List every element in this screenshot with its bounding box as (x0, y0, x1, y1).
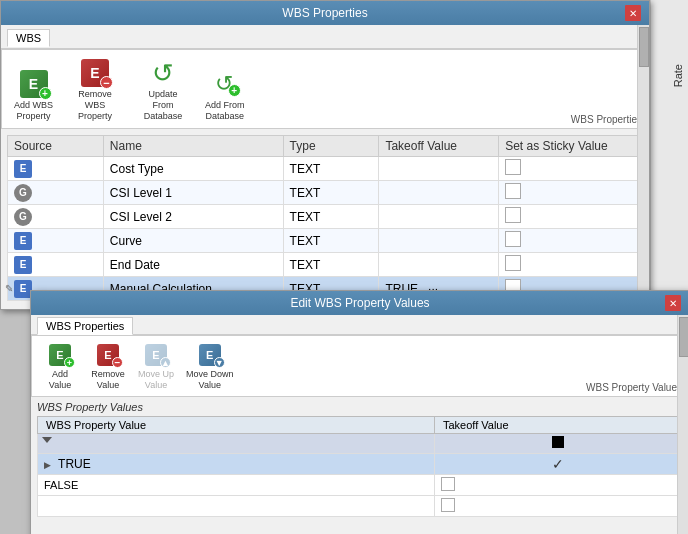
update-from-db-button[interactable]: ↺ Update FromDatabase (131, 53, 195, 125)
wbs-properties-tab[interactable]: WBS Properties (37, 317, 133, 335)
source-icon-e: E (14, 160, 32, 178)
col-source[interactable]: Source (8, 136, 104, 157)
edit-scrollbar-thumb[interactable] (679, 317, 689, 357)
add-value-button[interactable]: E + AddValue (38, 339, 82, 393)
main-title-bar: WBS Properties ✕ (1, 1, 649, 25)
scrollbar-thumb[interactable] (639, 27, 649, 67)
edit-title-bar: Edit WBS Property Values ✕ (31, 291, 688, 315)
row-type-1: TEXT (283, 157, 379, 181)
source-icon-e2: E (14, 232, 32, 250)
main-wbs-window: WBS Properties ✕ WBS E + Add WBSProperty… (0, 0, 650, 310)
takeoff-checkbox-false[interactable] (441, 477, 455, 491)
value-empty (38, 495, 435, 516)
edit-ribbon-content: E + AddValue E − RemoveValue E ▲ (31, 335, 688, 397)
move-down-label: Move DownValue (186, 369, 234, 391)
add-from-db-label: Add FromDatabase (205, 100, 245, 122)
edit-dialog-title: Edit WBS Property Values (55, 296, 665, 310)
add-wbs-button[interactable]: E + Add WBSProperty (8, 64, 59, 126)
filter-row (38, 433, 683, 453)
sticky-checkbox-1[interactable] (505, 159, 521, 175)
wbs-properties-table: Source Name Type Takeoff Value Set as St… (7, 135, 643, 301)
row-name-3: CSI Level 2 (103, 205, 283, 229)
source-icon-e3: E (14, 256, 32, 274)
black-square-indicator (552, 436, 564, 448)
remove-value-button[interactable]: E − RemoveValue (86, 339, 130, 393)
col-type[interactable]: Type (283, 136, 379, 157)
sticky-checkbox-4[interactable] (505, 231, 521, 247)
row-takeoff-1 (379, 157, 499, 181)
table-row[interactable]: E Curve TEXT (8, 229, 643, 253)
table-row[interactable]: G CSI Level 1 TEXT (8, 181, 643, 205)
main-ribbon-tabs: WBS (1, 25, 649, 49)
move-up-label: Move UpValue (138, 369, 174, 391)
add-value-badge: + (64, 357, 75, 368)
update-db-icon: ↺ (152, 60, 174, 86)
move-down-button[interactable]: E ▼ Move DownValue (182, 339, 238, 393)
remove-wbs-label: Remove WBSProperty (69, 89, 121, 121)
value-row-empty[interactable] (38, 495, 683, 516)
remove-value-label: RemoveValue (91, 369, 125, 391)
edit-dialog: Edit WBS Property Values ✕ WBS Propertie… (30, 290, 688, 534)
remove-badge-icon: − (100, 76, 113, 89)
table-row[interactable]: E Cost Type TEXT (8, 157, 643, 181)
takeoff-checkbox-empty[interactable] (441, 498, 455, 512)
values-section: WBS Property Values WBS Property Value T… (31, 397, 688, 521)
edit-scrollbar[interactable] (677, 315, 688, 534)
row-type-5: TEXT (283, 253, 379, 277)
col-takeoff-value[interactable]: Takeoff Value (434, 416, 682, 433)
main-close-button[interactable]: ✕ (625, 5, 641, 21)
source-icon-g2: G (14, 208, 32, 226)
edit-close-button[interactable]: ✕ (665, 295, 681, 311)
sidebar-rate-label: Rate (668, 60, 688, 91)
filter-icon (42, 437, 52, 447)
row-takeoff-3 (379, 205, 499, 229)
col-name[interactable]: Name (103, 136, 283, 157)
expand-arrow: ▶ (44, 460, 51, 470)
remove-wbs-button[interactable]: E − Remove WBSProperty (63, 53, 127, 125)
source-icon-g1: G (14, 184, 32, 202)
col-takeoff[interactable]: Takeoff Value (379, 136, 499, 157)
value-row-false[interactable]: FALSE (38, 474, 683, 495)
edit-indicator: ✎ (5, 283, 13, 294)
add-wbs-label: Add WBSProperty (14, 100, 53, 122)
row-type-2: TEXT (283, 181, 379, 205)
row-name-1: Cost Type (103, 157, 283, 181)
wbs-property-values-group-label: WBS Property Values (586, 382, 682, 393)
col-wbs-value[interactable]: WBS Property Value (38, 416, 435, 433)
row-takeoff-5 (379, 253, 499, 277)
row-type-4: TEXT (283, 229, 379, 253)
main-ribbon-content: E + Add WBSProperty E − Remove WBSProper… (1, 49, 649, 129)
remove-value-badge: − (112, 357, 123, 368)
col-sticky[interactable]: Set as Sticky Value (499, 136, 643, 157)
row-type-3: TEXT (283, 205, 379, 229)
wbs-table-container: Source Name Type Takeoff Value Set as St… (1, 129, 649, 307)
edit-ribbon-tabs: WBS Properties (31, 315, 688, 335)
move-down-badge: ▼ (214, 357, 225, 368)
row-name-4: Curve (103, 229, 283, 253)
main-scrollbar[interactable] (637, 25, 649, 311)
add-from-db-button[interactable]: ↺ + Add FromDatabase (199, 64, 251, 126)
table-row[interactable]: E End Date TEXT (8, 253, 643, 277)
value-row-true[interactable]: ▶ TRUE ✓ (38, 453, 683, 474)
sticky-checkbox-5[interactable] (505, 255, 521, 271)
update-db-label: Update FromDatabase (137, 89, 189, 121)
row-takeoff-4 (379, 229, 499, 253)
main-window-title: WBS Properties (25, 6, 625, 20)
row-takeoff-2 (379, 181, 499, 205)
values-table: WBS Property Value Takeoff Value (37, 416, 683, 517)
add-badge-icon: + (39, 87, 52, 100)
add-from-badge-icon: + (228, 84, 241, 97)
row-name-5: End Date (103, 253, 283, 277)
sticky-checkbox-3[interactable] (505, 207, 521, 223)
table-row[interactable]: G CSI Level 2 TEXT (8, 205, 643, 229)
move-up-button[interactable]: E ▲ Move UpValue (134, 339, 178, 393)
wbs-tab[interactable]: WBS (7, 29, 50, 47)
value-false: FALSE (38, 474, 435, 495)
wbs-properties-group-label: WBS Properties (571, 114, 642, 125)
move-up-badge: ▲ (160, 357, 171, 368)
values-section-title: WBS Property Values (37, 401, 683, 413)
row-name-2: CSI Level 1 (103, 181, 283, 205)
checkmark-true: ✓ (552, 456, 564, 472)
value-true: TRUE (58, 457, 91, 471)
sticky-checkbox-2[interactable] (505, 183, 521, 199)
